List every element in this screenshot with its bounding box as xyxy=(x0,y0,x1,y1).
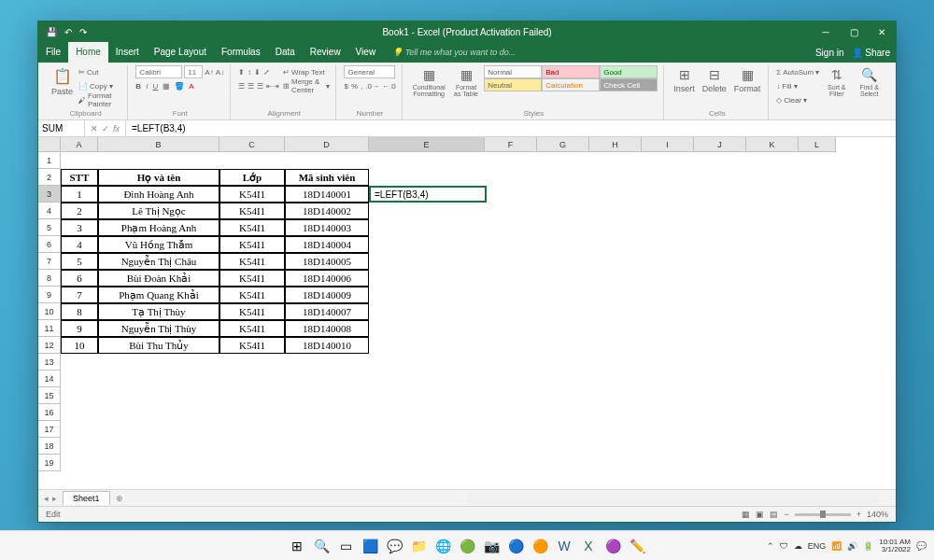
increase-font-icon[interactable]: A↑ xyxy=(205,68,213,77)
minimize-button[interactable]: ─ xyxy=(812,21,840,42)
align-right-icon[interactable]: ☰ xyxy=(257,82,263,91)
column-header-G[interactable]: G xyxy=(537,137,589,152)
save-icon[interactable]: 💾 xyxy=(46,27,57,37)
comma-icon[interactable]: , xyxy=(361,82,362,91)
cell-D2[interactable]: Mã sinh viên xyxy=(285,169,369,186)
row-header-1[interactable]: 1 xyxy=(38,152,61,169)
tray-wifi-icon[interactable]: 📶 xyxy=(831,541,842,551)
row-header-2[interactable]: 2 xyxy=(38,169,61,186)
cell-C4[interactable]: K54I1 xyxy=(219,203,285,219)
column-header-E[interactable]: E xyxy=(369,137,485,152)
tray-shield-icon[interactable]: 🛡 xyxy=(780,541,788,551)
increase-decimal-icon[interactable]: .0→ xyxy=(365,82,379,91)
fill-color-button[interactable]: 🪣 xyxy=(175,82,184,91)
style-good[interactable]: Good xyxy=(600,65,658,78)
edge-icon[interactable]: 🌐 xyxy=(432,535,454,557)
app-icon-2[interactable]: 📷 xyxy=(480,535,502,557)
cell-A3[interactable]: 1 xyxy=(61,186,98,203)
app-icon-5[interactable]: 🟣 xyxy=(601,535,624,557)
row-header-6[interactable]: 6 xyxy=(38,236,61,253)
menu-formulas[interactable]: Formulas xyxy=(214,42,268,63)
column-header-C[interactable]: C xyxy=(219,137,285,152)
maximize-button[interactable]: ▢ xyxy=(840,21,868,42)
menu-home[interactable]: Home xyxy=(68,42,108,63)
cell-D6[interactable]: 18D140004 xyxy=(285,236,369,253)
cell-C7[interactable]: K54I1 xyxy=(219,253,285,270)
tray-clock[interactable]: 10:01 AM 3/1/2022 xyxy=(879,539,911,553)
menu-data[interactable]: Data xyxy=(268,42,303,63)
cell-A2[interactable]: STT xyxy=(61,169,98,186)
task-view-icon[interactable]: ▭ xyxy=(334,535,357,557)
cell-D12[interactable]: 18D140010 xyxy=(285,337,369,354)
number-format-select[interactable]: General xyxy=(344,65,395,78)
align-top-icon[interactable]: ⬆ xyxy=(238,68,245,77)
row-header-10[interactable]: 10 xyxy=(38,303,61,320)
font-size-select[interactable]: 11 xyxy=(184,65,203,78)
bold-button[interactable]: B xyxy=(135,82,141,91)
column-header-K[interactable]: K xyxy=(746,137,799,152)
cell-A9[interactable]: 7 xyxy=(61,287,98,303)
cell-C12[interactable]: K54I1 xyxy=(219,337,285,354)
column-header-I[interactable]: I xyxy=(642,137,694,152)
underline-button[interactable]: U xyxy=(152,82,158,91)
tray-notifications-icon[interactable]: 💬 xyxy=(916,541,927,551)
cell-B4[interactable]: Lê Thị Ngọc xyxy=(98,203,219,219)
name-box[interactable]: SUM xyxy=(38,120,85,136)
cell-A11[interactable]: 9 xyxy=(61,320,98,337)
decrease-font-icon[interactable]: A↓ xyxy=(216,68,224,77)
percent-icon[interactable]: % xyxy=(351,82,358,91)
cell-D10[interactable]: 18D140007 xyxy=(285,303,369,320)
indent-icon[interactable]: ⇤⇥ xyxy=(266,82,279,91)
excel-icon[interactable]: X xyxy=(577,535,600,557)
format-cells-button[interactable]: ▦Format xyxy=(732,65,763,95)
cell-B6[interactable]: Vũ Hồng Thắm xyxy=(98,236,219,253)
row-header-3[interactable]: 3 xyxy=(38,186,61,203)
sheet-nav-last-icon[interactable]: ▸ xyxy=(52,494,57,503)
cell-D5[interactable]: 18D140003 xyxy=(285,219,369,236)
column-header-F[interactable]: F xyxy=(485,137,537,152)
cell-A8[interactable]: 6 xyxy=(61,270,98,287)
view-page-break-icon[interactable]: ▤ xyxy=(770,510,778,519)
cell-A5[interactable]: 3 xyxy=(61,219,98,236)
column-header-B[interactable]: B xyxy=(98,137,219,152)
delete-cells-button[interactable]: ⊟Delete xyxy=(700,65,729,95)
undo-icon[interactable]: ↶ xyxy=(64,27,72,37)
font-color-button[interactable]: A xyxy=(189,82,193,91)
font-name-select[interactable]: Calibri xyxy=(135,65,182,78)
fill-button[interactable]: ↓ Fill ▾ xyxy=(776,79,819,92)
clear-button[interactable]: ◇ Clear ▾ xyxy=(776,93,819,106)
tray-volume-icon[interactable]: 🔊 xyxy=(847,541,857,551)
currency-icon[interactable]: $ xyxy=(344,82,347,91)
column-header-A[interactable]: A xyxy=(61,137,98,152)
redo-icon[interactable]: ↷ xyxy=(79,27,87,37)
sheet-nav-first-icon[interactable]: ◂ xyxy=(44,494,49,503)
cell-A4[interactable]: 2 xyxy=(61,203,98,219)
cell-B9[interactable]: Phạm Quang Khải xyxy=(98,287,219,303)
cell-B7[interactable]: Nguyễn Thị Châu xyxy=(98,253,219,270)
row-header-11[interactable]: 11 xyxy=(38,320,61,337)
formula-input[interactable]: =LEFT(B3,4) xyxy=(126,120,896,136)
search-icon[interactable]: 🔍 xyxy=(310,535,333,557)
wrap-text-button[interactable]: ↵ Wrap Text xyxy=(283,65,330,78)
fx-icon[interactable]: fx xyxy=(113,124,120,133)
row-header-19[interactable]: 19 xyxy=(38,455,61,471)
select-all-corner[interactable] xyxy=(38,137,61,152)
cell-B2[interactable]: Họ và tên xyxy=(98,169,219,186)
cell-C10[interactable]: K54I1 xyxy=(219,303,285,320)
cell-C5[interactable]: K54I1 xyxy=(219,219,285,236)
cell-E3[interactable]: =LEFT(B3,4) xyxy=(369,186,487,203)
sign-in-link[interactable]: Sign in xyxy=(815,48,844,58)
paste-button[interactable]: 📋Paste xyxy=(50,65,75,98)
explorer-icon[interactable]: 📁 xyxy=(407,535,430,557)
style-bad[interactable]: Bad xyxy=(542,65,600,78)
zoom-in-icon[interactable]: + xyxy=(856,510,861,519)
cell-A12[interactable]: 10 xyxy=(61,337,98,354)
cells-grid[interactable]: STTHọ và tênLớpMã sinh viên1Đinh Hoàng A… xyxy=(61,152,896,489)
row-header-12[interactable]: 12 xyxy=(38,337,61,354)
app-icon-4[interactable]: 🟠 xyxy=(529,535,551,557)
conditional-formatting-button[interactable]: ▦Conditional Formatting xyxy=(410,65,448,99)
autosum-button[interactable]: Σ AutoSum ▾ xyxy=(776,65,819,78)
column-header-D[interactable]: D xyxy=(285,137,369,152)
cell-C11[interactable]: K54I1 xyxy=(219,320,285,337)
chat-icon[interactable]: 💬 xyxy=(383,535,405,557)
